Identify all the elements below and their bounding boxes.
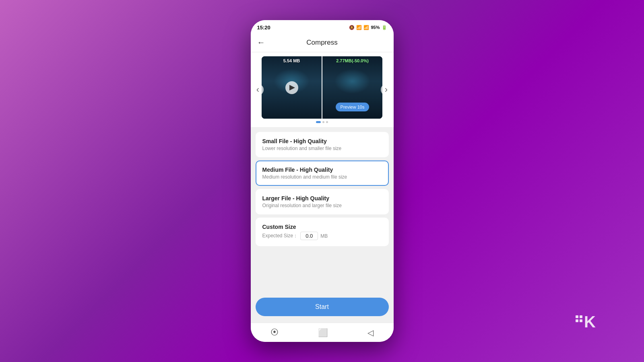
dot-bl <box>576 319 578 322</box>
mb-unit-label: MB <box>320 233 328 239</box>
dot-tr <box>580 315 582 318</box>
back-button[interactable]: ← <box>257 38 265 47</box>
option-custom-title: Custom Size <box>262 224 382 230</box>
option-medium-file[interactable]: Medium File - High Quality Medium resolu… <box>256 160 389 186</box>
dot-3 <box>326 121 328 123</box>
dot-2 <box>322 121 324 123</box>
original-size-badge: 5.54 MB <box>262 58 322 63</box>
option-medium-desc: Medium resolution and medium file size <box>262 174 382 180</box>
watermark-letter: K <box>584 314 596 330</box>
compressed-video-panel[interactable]: 2.77MB(-50.0%) Preview 10s <box>322 56 382 119</box>
app-bar: ← Compress <box>251 33 394 52</box>
bottom-nav: ⦿ ⬜ ◁ <box>251 323 394 342</box>
status-icons: 🔕 📶 📶 95% 🔋 <box>349 25 387 30</box>
video-preview-section: ‹ 5.54 MB <box>251 52 394 127</box>
battery-icon: 95% <box>371 25 380 30</box>
phone-shell: 15:20 🔕 📶 📶 95% 🔋 ← Compress ‹ <box>251 20 394 342</box>
option-small-title: Small File - High Quality <box>262 138 382 144</box>
option-small-desc: Lower resolution and smaller file size <box>262 146 382 151</box>
play-triangle-icon <box>289 85 295 90</box>
dot-br <box>580 319 582 322</box>
page-title: Compress <box>306 39 337 47</box>
video-glow-compressed <box>334 69 370 94</box>
play-button[interactable] <box>285 81 298 94</box>
original-video-panel[interactable]: 5.54 MB <box>262 56 322 119</box>
nav-home-icon[interactable]: ⬜ <box>318 328 328 337</box>
video-pair: 5.54 MB 2.77MB(-50.0%) Preview 10s <box>262 56 382 119</box>
nav-menu-icon[interactable]: ⦿ <box>270 328 279 337</box>
compressed-size-badge: 2.77MB(-50.0%) <box>322 58 382 63</box>
carousel-right-arrow[interactable]: › <box>381 84 392 95</box>
option-large-desc: Original resolution and larger file size <box>262 203 382 208</box>
carousel-dots <box>316 121 328 123</box>
custom-size-row: Expected Size： MB <box>262 232 382 240</box>
watermark-dots <box>576 315 582 322</box>
preview-button[interactable]: Preview 10s <box>336 103 369 111</box>
option-custom-size[interactable]: Custom Size Expected Size： MB <box>256 218 389 246</box>
status-time: 15:20 <box>257 25 270 31</box>
dot-1 <box>316 121 321 123</box>
watermark: K <box>576 314 596 330</box>
spacer <box>251 246 394 291</box>
content-area: ‹ 5.54 MB <box>251 52 394 323</box>
battery-shape: 🔋 <box>382 25 387 30</box>
options-area: Small File - High Quality Lower resoluti… <box>251 127 394 246</box>
notification-icon: 🔕 <box>349 25 355 30</box>
start-button-area: Start <box>251 291 394 323</box>
expected-size-label: Expected Size： <box>262 232 298 239</box>
custom-size-input[interactable] <box>300 232 318 240</box>
carousel-left-arrow[interactable]: ‹ <box>252 84 264 95</box>
option-small-file[interactable]: Small File - High Quality Lower resoluti… <box>256 132 389 157</box>
status-bar: 15:20 🔕 📶 📶 95% 🔋 <box>251 20 394 33</box>
nav-back-icon[interactable]: ◁ <box>367 328 374 337</box>
option-large-file[interactable]: Larger File - High Quality Original reso… <box>256 189 389 214</box>
option-medium-title: Medium File - High Quality <box>262 167 382 173</box>
option-large-title: Larger File - High Quality <box>262 195 382 202</box>
dot-tl <box>576 315 578 318</box>
wifi-icon: 📶 <box>356 25 362 30</box>
start-button[interactable]: Start <box>256 298 389 316</box>
signal-icon: 📶 <box>363 25 369 30</box>
